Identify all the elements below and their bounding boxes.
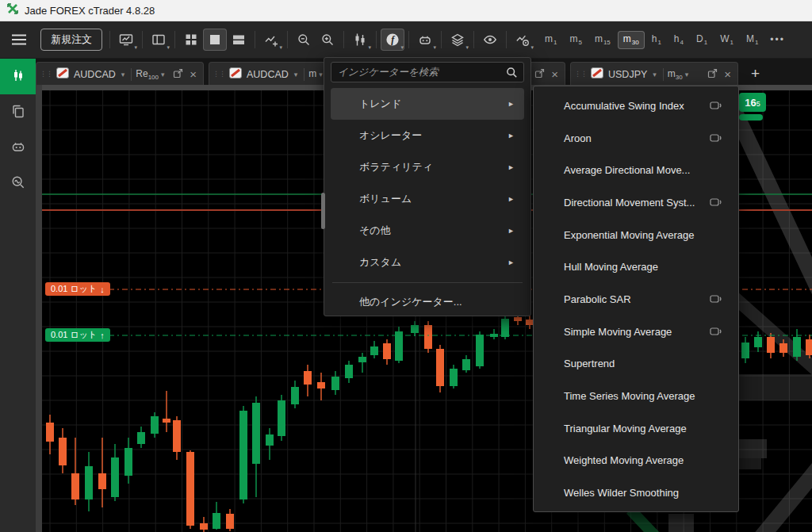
submenu-item-12[interactable]: Welles Wilder Smoothing <box>538 477 733 509</box>
search-icon <box>506 67 518 82</box>
submenu-item-label: Triangular Moving Average <box>564 423 687 434</box>
menu-category-label: トレンド <box>359 97 401 111</box>
submenu-item-label: Welles Wilder Smoothing <box>564 487 679 499</box>
price-badge: 165 <box>739 93 766 112</box>
menu-category-5[interactable]: カスタム► <box>331 247 524 278</box>
menu-scrollbar[interactable] <box>321 193 325 229</box>
video-tutorial-icon <box>710 293 722 307</box>
trend-submenu: Accumulative Swing IndexAroonAverage Dir… <box>533 86 739 512</box>
submenu-item-0[interactable]: Accumulative Swing Index <box>538 90 733 122</box>
indicator-search-input[interactable] <box>331 62 524 82</box>
submenu-item-9[interactable]: Time Series Moving Average <box>538 380 733 412</box>
menu-category-3[interactable]: ボリューム► <box>331 183 524 215</box>
price-pill <box>739 114 763 121</box>
submenu-arrow-icon: ► <box>508 227 515 235</box>
indicator-menu: トレンド►オシレーター►ボラティリティ►ボリューム►その他►カスタム► 他のイン… <box>324 57 531 316</box>
menu-category-2[interactable]: ボラティリティ► <box>331 151 524 183</box>
menu-divider <box>332 282 523 283</box>
submenu-item-8[interactable]: Supertrend <box>538 348 733 381</box>
submenu-item-label: Simple Moving Average <box>564 326 672 338</box>
menu-category-0[interactable]: トレンド► <box>331 88 524 120</box>
submenu-item-5[interactable]: Hull Moving Average <box>538 251 733 283</box>
submenu-item-7[interactable]: Simple Moving Average <box>538 316 733 348</box>
submenu-item-label: Average Directional Move... <box>564 164 690 176</box>
app-window: Jade FOREX cTrader 4.8.28 新規注文 ▾▾▾▾f▾▾▾▾… <box>0 0 812 532</box>
submenu-item-label: Weighted Moving Average <box>564 454 684 466</box>
submenu-item-6[interactable]: Parabolic SAR <box>538 283 733 316</box>
submenu-item-label: Accumulative Swing Index <box>564 100 684 112</box>
submenu-item-10[interactable]: Triangular Moving Average <box>538 412 733 445</box>
menu-category-label: オシレーター <box>359 128 422 143</box>
submenu-item-label: Time Series Moving Average <box>564 390 695 402</box>
video-tutorial-icon <box>710 326 722 339</box>
submenu-item-1[interactable]: Aroon <box>538 122 733 155</box>
submenu-item-label: Aroon <box>564 132 592 144</box>
menu-category-label: ボリューム <box>359 192 412 206</box>
submenu-arrow-icon: ► <box>508 132 515 140</box>
video-tutorial-icon <box>710 100 722 113</box>
submenu-item-2[interactable]: Average Directional Move... <box>538 154 733 186</box>
submenu-item-3[interactable]: Directional Movement Syst... <box>538 186 733 219</box>
video-tutorial-icon <box>710 197 722 210</box>
video-tutorial-icon <box>710 132 722 146</box>
submenu-item-label: Hull Moving Average <box>564 261 658 273</box>
menu-category-label: カスタム <box>359 255 401 270</box>
menu-category-label: ボラティリティ <box>359 160 433 174</box>
submenu-item-4[interactable]: Exponential Moving Average <box>538 219 733 251</box>
submenu-arrow-icon: ► <box>508 100 515 108</box>
submenu-item-label: Directional Movement Syst... <box>564 197 695 209</box>
menu-category-1[interactable]: オシレーター► <box>331 120 524 151</box>
position-label-sell[interactable]: 0.01 ロット↓ <box>45 282 110 296</box>
submenu-item-label: Supertrend <box>564 358 615 369</box>
submenu-item-label: Parabolic SAR <box>564 293 631 305</box>
menu-item-more-indicators[interactable]: 他のインジケーター... <box>331 287 524 317</box>
submenu-item-11[interactable]: Weighted Moving Average <box>538 445 733 477</box>
menu-category-4[interactable]: その他► <box>331 215 524 247</box>
arrow-icon: ↑ <box>100 331 105 340</box>
position-label-buy[interactable]: 0.01 ロット↑ <box>45 328 110 342</box>
submenu-arrow-icon: ► <box>508 258 515 266</box>
submenu-arrow-icon: ► <box>508 195 515 203</box>
submenu-item-label: Exponential Moving Average <box>564 229 695 241</box>
submenu-arrow-icon: ► <box>508 163 515 171</box>
menu-category-label: その他 <box>359 224 391 238</box>
arrow-icon: ↓ <box>100 285 105 294</box>
